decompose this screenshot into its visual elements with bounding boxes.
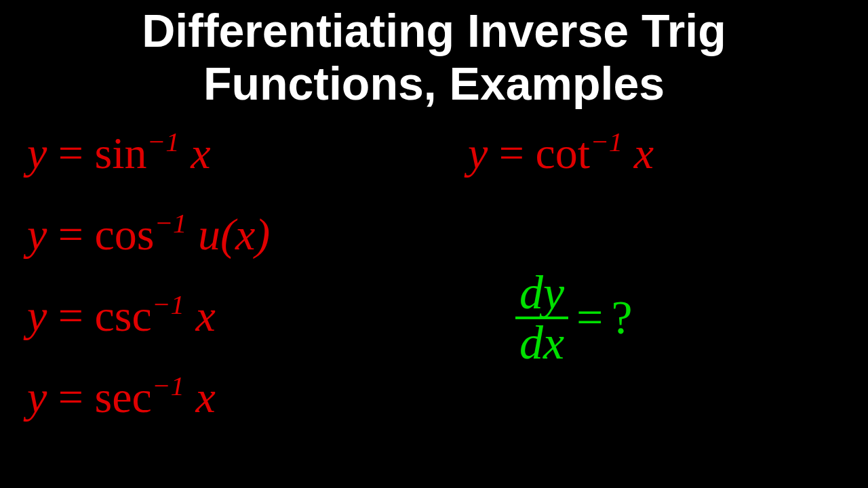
equation-arccot: y = cot−1 x (468, 130, 654, 176)
equation-arcsin: y = sin−1 x (27, 130, 210, 176)
derivative-prompt: dy dx =? (515, 269, 633, 367)
title-line-2: Functions, Examples (0, 57, 868, 110)
title-line-1: Differentiating Inverse Trig (0, 4, 868, 57)
equation-arcsec: y = sec−1 x (27, 374, 216, 420)
fraction-dy-dx: dy dx (515, 269, 568, 367)
slide-content: y = sin−1 x y = cos−1 u(x) y = csc−1 x y… (0, 110, 868, 486)
equation-arccsc: y = csc−1 x (27, 293, 216, 338)
equation-arccos: y = cos−1 u(x) (27, 211, 270, 257)
slide-title: Differentiating Inverse Trig Functions, … (0, 0, 868, 110)
